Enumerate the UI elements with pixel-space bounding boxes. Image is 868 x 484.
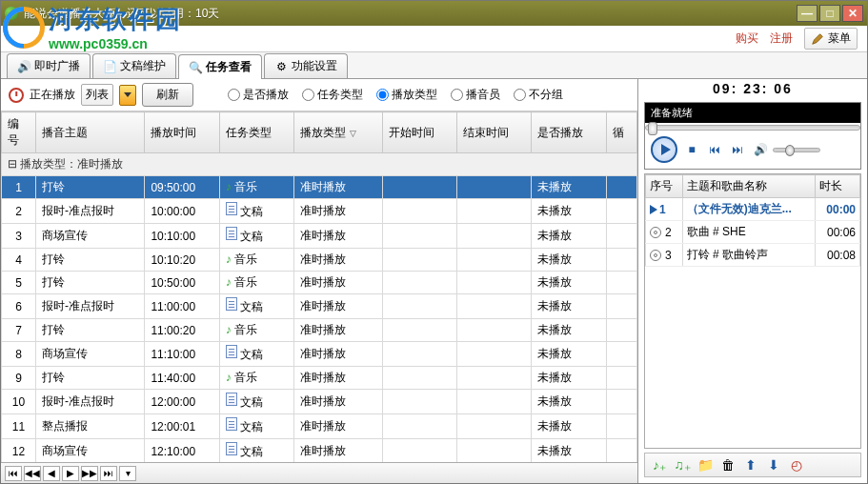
playlist-row[interactable]: 2歌曲 # SHE00:06 — [646, 221, 860, 244]
group-radios: 是否播放任务类型播放类型播音员不分组 — [228, 87, 563, 103]
list-dropdown[interactable]: 列表 — [81, 84, 113, 106]
task-grid[interactable]: 编号播音主题播放时间任务类型播放类型▽开始时间结束时间是否播放循 ⊟ 播放类型：… — [1, 111, 637, 462]
nav-prevpage[interactable]: ◀◀ — [24, 466, 41, 481]
column-header[interactable]: 播放时间 — [145, 112, 219, 153]
column-header[interactable]: 是否播放 — [532, 112, 606, 153]
table-row[interactable]: 1打铃09:50:00♪ 音乐准时播放未播放 — [2, 176, 637, 199]
filter-toolbar: 正在播放 列表 刷新 是否播放任务类型播放类型播音员不分组 — [1, 79, 637, 111]
table-row[interactable]: 2报时-准点报时10:00:00 文稿准时播放未播放 — [2, 199, 637, 224]
playlist-row[interactable]: 1（文件无效)迪克兰...00:00 — [646, 198, 860, 221]
nav-filter[interactable]: ▾ — [119, 466, 136, 481]
nav-first[interactable]: ⏮ — [5, 466, 22, 481]
tab-search[interactable]: 🔍任务查看 — [178, 54, 262, 79]
table-row[interactable]: 8商场宣传11:10:00 文稿准时播放未播放 — [2, 342, 637, 367]
move-down-icon[interactable]: ⬇ — [765, 456, 782, 474]
gear-icon: ⚙ — [274, 60, 288, 73]
column-header[interactable]: 循 — [606, 112, 636, 153]
group-row[interactable]: ⊟ 播放类型：准时播放 — [2, 153, 637, 176]
add-note-icon[interactable]: ♪₊ — [651, 456, 668, 474]
window-title: 能说会道播音大师。还可以试用：10天 — [24, 6, 795, 22]
table-row[interactable]: 11整点播报12:00:01 文稿准时播放未播放 — [2, 414, 637, 439]
playlist-row[interactable]: 3打铃 # 歌曲铃声00:08 — [646, 244, 860, 267]
table-row[interactable]: 6报时-准点报时11:00:00 文稿准时播放未播放 — [2, 294, 637, 319]
delete-icon[interactable]: 🗑 — [719, 456, 737, 474]
playlist[interactable]: 序号主题和歌曲名称时长 1（文件无效)迪克兰...00:002歌曲 # SHE0… — [644, 173, 861, 449]
playlist-column[interactable]: 主题和歌曲名称 — [682, 175, 816, 198]
radio-task[interactable]: 任务类型 — [302, 87, 363, 103]
column-header[interactable]: 编号 — [2, 112, 36, 153]
add-notes-icon[interactable]: ♫₊ — [674, 456, 691, 474]
buy-link[interactable]: 购买 — [736, 30, 758, 47]
titlebar[interactable]: 能说会道播音大师。还可以试用：10天 — □ ✕ — [1, 1, 867, 26]
minimize-button[interactable]: — — [797, 5, 818, 22]
column-header[interactable]: 播音主题 — [36, 112, 145, 153]
pen-icon — [811, 32, 824, 46]
menu-button[interactable]: 菜单 — [804, 28, 858, 50]
playlist-toolbar: ♪₊ ♫₊ 📁 🗑 ⬆ ⬇ ◴ — [644, 453, 861, 477]
tab-gear[interactable]: ⚙功能设置 — [264, 53, 348, 78]
radio-broadcast[interactable]: 是否播放 — [228, 87, 289, 103]
schedule-icon[interactable]: ◴ — [788, 456, 805, 474]
table-row[interactable]: 12商场宣传12:10:00 文稿准时播放未播放 — [2, 439, 637, 463]
column-header[interactable]: 开始时间 — [382, 112, 456, 153]
column-header[interactable]: 播放类型▽ — [294, 112, 383, 153]
radio-play[interactable]: 播放类型 — [376, 87, 437, 103]
menu-label: 菜单 — [828, 30, 851, 47]
radio-none[interactable]: 不分组 — [514, 87, 563, 103]
tab-bar: 🔊即时广播📄文稿维护🔍任务查看⚙功能设置 — [1, 52, 867, 79]
speaker-icon: 🔊 — [17, 60, 30, 73]
table-row[interactable]: 4打铃10:10:20♪ 音乐准时播放未播放 — [2, 249, 637, 272]
move-up-icon[interactable]: ⬆ — [742, 456, 759, 474]
audio-player: 准备就绪 ■ ⏮ ⏭ 🔊 — [644, 102, 861, 170]
table-row[interactable]: 5打铃10:50:00♪ 音乐准时播放未播放 — [2, 272, 637, 294]
seek-slider[interactable] — [645, 125, 860, 131]
volume-slider[interactable] — [773, 148, 820, 152]
table-row[interactable]: 7打铃11:00:20♪ 音乐准时播放未播放 — [2, 319, 637, 342]
next-track-button[interactable]: ⏭ — [729, 141, 746, 158]
app-icon — [5, 7, 18, 20]
register-link[interactable]: 注册 — [770, 30, 793, 47]
tab-doc[interactable]: 📄文稿维护 — [92, 53, 176, 78]
volume-icon[interactable]: 🔊 — [752, 141, 769, 158]
digital-clock: 09: 23: 06 — [638, 79, 867, 98]
column-header[interactable]: 任务类型 — [219, 112, 293, 153]
table-row[interactable]: 10报时-准点报时12:00:00 文稿准时播放未播放 — [2, 390, 637, 414]
tab-speaker[interactable]: 🔊即时广播 — [7, 53, 91, 78]
prev-track-button[interactable]: ⏮ — [706, 141, 723, 158]
grid-navigator: ⏮ ◀◀ ◀ ▶ ▶▶ ⏭ ▾ — [1, 462, 637, 483]
add-folder-icon[interactable]: 📁 — [696, 456, 714, 474]
doc-icon: 📄 — [103, 60, 116, 73]
refresh-button[interactable]: 刷新 — [142, 83, 193, 107]
close-button[interactable]: ✕ — [842, 5, 863, 22]
column-header[interactable]: 结束时间 — [457, 112, 532, 153]
nav-last[interactable]: ⏭ — [100, 466, 117, 481]
nav-nextpage[interactable]: ▶▶ — [81, 466, 98, 481]
top-toolbar: 购买 注册 菜单 — [1, 26, 867, 52]
nowplaying-label: 正在播放 — [30, 87, 75, 103]
search-icon: 🔍 — [189, 61, 202, 74]
table-row[interactable]: 9打铃11:40:00♪ 音乐准时播放未播放 — [2, 367, 637, 390]
playlist-column[interactable]: 序号 — [646, 175, 683, 198]
list-dropdown-arrow[interactable] — [119, 85, 136, 106]
maximize-button[interactable]: □ — [819, 5, 840, 22]
playlist-column[interactable]: 时长 — [816, 175, 860, 198]
clock-icon — [9, 88, 24, 103]
radio-announcer[interactable]: 播音员 — [451, 87, 500, 103]
play-button[interactable] — [651, 136, 677, 163]
nav-prev[interactable]: ◀ — [43, 466, 60, 481]
table-row[interactable]: 3商场宣传10:10:00 文稿准时播放未播放 — [2, 224, 637, 249]
stop-button[interactable]: ■ — [683, 141, 700, 158]
nav-next[interactable]: ▶ — [62, 466, 79, 481]
player-status: 准备就绪 — [645, 103, 860, 123]
